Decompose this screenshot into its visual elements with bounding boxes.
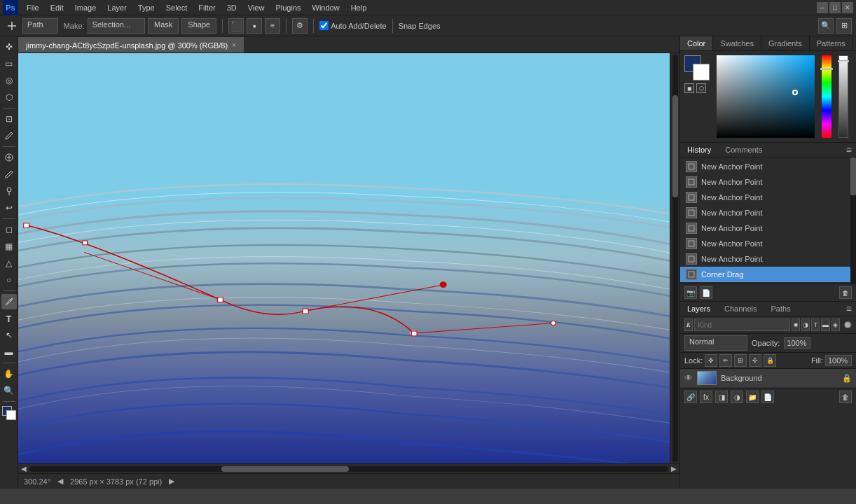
history-item-1[interactable]: New Anchor Point bbox=[680, 174, 850, 190]
add-layer-style-btn[interactable]: fx bbox=[700, 391, 712, 403]
history-item-6[interactable]: New Anchor Point bbox=[680, 251, 850, 267]
background-color[interactable] bbox=[693, 64, 710, 80]
h-scroll-thumb[interactable] bbox=[221, 466, 349, 472]
tab-channels[interactable]: Channels bbox=[717, 302, 764, 316]
new-adjustment-btn[interactable]: ◑ bbox=[731, 391, 743, 403]
zoom-tool[interactable]: 🔍 bbox=[1, 383, 17, 398]
hand-tool[interactable]: ✋ bbox=[1, 366, 17, 382]
menu-window[interactable]: Window bbox=[307, 2, 345, 13]
lock-move-icon[interactable]: ✣ bbox=[749, 354, 761, 367]
make-dropdown[interactable]: Selection... bbox=[88, 18, 145, 34]
hue-strip[interactable] bbox=[822, 55, 831, 138]
add-mask-btn[interactable]: ◨ bbox=[715, 391, 728, 403]
menu-3d[interactable]: 3D bbox=[221, 2, 242, 13]
workspace-icon[interactable]: ⊞ bbox=[836, 18, 852, 34]
delete-layer-btn[interactable]: 🗑 bbox=[839, 391, 852, 403]
filter-adjust-icon[interactable]: ◑ bbox=[801, 318, 810, 331]
nav-prev-btn[interactable]: ◀ bbox=[21, 465, 27, 472]
search-layers-input[interactable] bbox=[694, 318, 790, 331]
quick-select-tool[interactable]: ⬡ bbox=[1, 90, 17, 105]
tab-history[interactable]: History bbox=[680, 143, 718, 157]
tab-comments[interactable]: Comments bbox=[718, 143, 769, 157]
history-panel-menu-btn[interactable]: ≡ bbox=[842, 144, 856, 155]
mask-btn[interactable]: Mask bbox=[148, 18, 179, 34]
menu-layer[interactable]: Layer bbox=[102, 2, 132, 13]
lock-artboard-icon[interactable]: ⊞ bbox=[734, 354, 747, 367]
clone-stamp-tool[interactable] bbox=[1, 183, 17, 199]
path-select-tool[interactable]: ↖ bbox=[1, 328, 17, 343]
background-layer-row[interactable]: 👁 Background 🔒 bbox=[680, 369, 856, 388]
history-scroll-thumb[interactable] bbox=[850, 158, 856, 195]
tab-close-btn[interactable]: × bbox=[232, 41, 236, 49]
blur-tool[interactable]: △ bbox=[1, 255, 17, 271]
new-snapshot-btn[interactable]: 📷 bbox=[684, 286, 697, 299]
menu-help[interactable]: Help bbox=[345, 2, 373, 13]
tab-paths[interactable]: Paths bbox=[764, 302, 798, 316]
type-tool[interactable]: T bbox=[1, 311, 17, 326]
align-left-icon[interactable]: ⬛ bbox=[228, 18, 244, 34]
blend-mode-dropdown[interactable]: Normal bbox=[684, 335, 747, 351]
tab-layers[interactable]: Layers bbox=[680, 302, 717, 316]
lock-all-icon[interactable]: 🔒 bbox=[764, 354, 776, 367]
fill-input[interactable] bbox=[825, 355, 852, 366]
minimize-btn[interactable]: ─ bbox=[817, 2, 828, 13]
opacity-input[interactable] bbox=[784, 337, 810, 349]
history-item-4[interactable]: New Anchor Point bbox=[680, 220, 850, 236]
lasso-tool[interactable]: ◎ bbox=[1, 73, 17, 88]
menu-select[interactable]: Select bbox=[160, 2, 193, 13]
link-layers-btn[interactable]: 🔗 bbox=[684, 391, 697, 403]
tab-swatches[interactable]: Swatches bbox=[713, 36, 761, 50]
tab-gradients[interactable]: Gradients bbox=[761, 36, 810, 50]
filter-kind-icon[interactable]: 𝑲 bbox=[684, 318, 693, 331]
menu-edit[interactable]: Edit bbox=[45, 2, 69, 13]
quick-mask-icon[interactable]: ⬡ bbox=[696, 83, 706, 93]
tab-color[interactable]: Color bbox=[680, 36, 713, 50]
filter-pixel-icon[interactable]: ■ bbox=[792, 318, 800, 331]
eyedropper-tool[interactable] bbox=[1, 128, 17, 144]
history-item-0[interactable]: New Anchor Point bbox=[680, 159, 850, 174]
filter-smart-icon[interactable]: ◈ bbox=[831, 318, 840, 331]
foreground-color-swatch[interactable] bbox=[1, 405, 18, 421]
layer-visibility-toggle[interactable]: 👁 bbox=[684, 373, 693, 383]
history-item-5[interactable]: New Anchor Point bbox=[680, 236, 850, 251]
pen-tool[interactable] bbox=[1, 294, 17, 309]
history-scrollbar[interactable] bbox=[850, 158, 856, 284]
menu-filter[interactable]: Filter bbox=[193, 2, 221, 13]
close-btn[interactable]: ✕ bbox=[842, 2, 853, 13]
layers-panel-menu-btn[interactable]: ≡ bbox=[842, 303, 856, 314]
menu-view[interactable]: View bbox=[242, 2, 270, 13]
menu-plugins[interactable]: Plugins bbox=[270, 2, 306, 13]
status-nav-next[interactable]: ▶ bbox=[169, 477, 174, 486]
eraser-tool[interactable]: ◻ bbox=[1, 222, 17, 237]
menu-type[interactable]: Type bbox=[132, 2, 160, 13]
vertical-scrollbar[interactable] bbox=[670, 53, 679, 463]
gradient-tool[interactable]: ▦ bbox=[1, 239, 17, 254]
search-icon[interactable]: 🔍 bbox=[818, 18, 834, 34]
delete-state-btn[interactable]: 🗑 bbox=[839, 286, 852, 299]
rect-select-tool[interactable]: ▭ bbox=[1, 56, 17, 71]
auto-add-delete-checkbox[interactable] bbox=[319, 21, 329, 30]
move-tool[interactable]: ✜ bbox=[1, 39, 17, 55]
v-scroll-track[interactable] bbox=[672, 55, 678, 462]
history-item-3[interactable]: New Anchor Point bbox=[680, 205, 850, 220]
canvas-wrapper[interactable] bbox=[18, 53, 670, 463]
history-item-2[interactable]: New Anchor Point bbox=[680, 190, 850, 205]
canvas-content[interactable] bbox=[18, 53, 670, 463]
shape-btn[interactable]: Shape bbox=[181, 18, 216, 34]
history-brush-tool[interactable]: ↩ bbox=[1, 200, 17, 216]
opacity-strip[interactable] bbox=[838, 55, 848, 138]
shape-tool[interactable]: ▬ bbox=[1, 344, 17, 360]
h-scroll-track[interactable] bbox=[29, 466, 668, 472]
healing-tool[interactable] bbox=[1, 150, 17, 165]
tab-patterns[interactable]: Patterns bbox=[810, 36, 853, 50]
new-group-btn[interactable]: 📁 bbox=[746, 391, 759, 403]
color-field[interactable] bbox=[717, 55, 815, 138]
new-document-from-state-btn[interactable]: 📄 bbox=[700, 286, 712, 299]
filter-shape-icon[interactable]: ▬ bbox=[821, 318, 829, 331]
status-nav-prev[interactable]: ◀ bbox=[57, 477, 63, 486]
history-item-7[interactable]: Corner Drag bbox=[680, 267, 850, 282]
v-scroll-thumb[interactable] bbox=[672, 95, 678, 197]
lock-draw-icon[interactable]: ✏ bbox=[719, 354, 732, 367]
mask-mode-icon[interactable]: ◼ bbox=[684, 83, 694, 93]
lock-position-icon[interactable]: ✜ bbox=[705, 354, 717, 367]
